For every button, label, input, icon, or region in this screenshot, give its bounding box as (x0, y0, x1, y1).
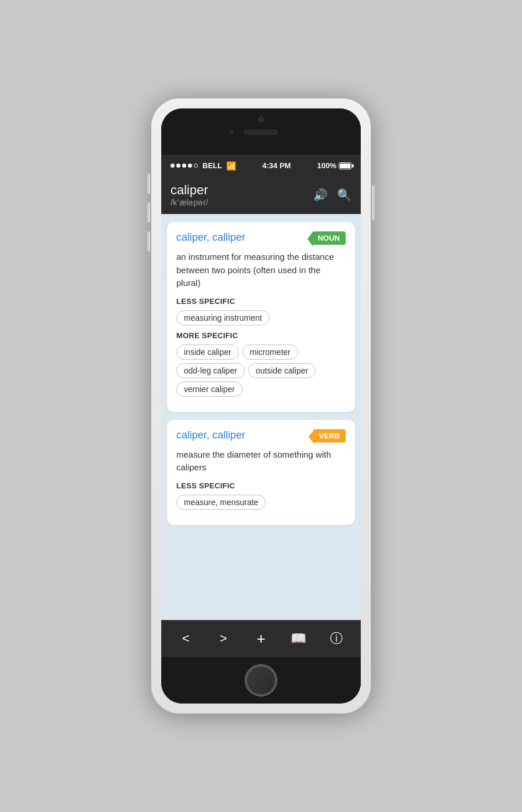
status-time: 4:34 PM (262, 161, 291, 170)
header-word-area: caliper /kˈæləpər/ (171, 183, 313, 207)
home-button[interactable] (246, 665, 276, 695)
battery-percent: 100% (317, 161, 336, 170)
noun-more-specific-label: MORE SPECIFIC (176, 331, 346, 340)
status-right: 100% (317, 161, 351, 170)
header-word-title: caliper (171, 183, 313, 198)
search-icon[interactable]: 🔍 (337, 188, 351, 202)
battery-icon (339, 162, 351, 169)
carrier-label: BELL (202, 161, 222, 170)
signal-dot-4 (188, 164, 192, 168)
tag-measuring-instrument[interactable]: measuring instrument (176, 310, 270, 325)
tag-odd-leg-caliper[interactable]: odd-leg caliper (176, 363, 245, 378)
bookmark-button[interactable]: 📖 (286, 626, 311, 651)
speaker-icon[interactable]: 🔊 (313, 188, 328, 202)
content-area: caliper, calliper NOUN an instrument for… (161, 214, 361, 620)
verb-pos-badge: VERB (313, 429, 346, 443)
noun-less-specific-tags: measuring instrument (176, 310, 346, 325)
back-button[interactable] (173, 626, 198, 651)
noun-word-title: caliper, calliper (176, 231, 245, 244)
signal-dot-3 (182, 164, 186, 168)
verb-card-header: caliper, calliper VERB (176, 429, 346, 443)
earpiece (244, 129, 278, 135)
phone-top-hardware (161, 108, 361, 155)
verb-less-specific-tags: measure, mensurate (176, 495, 346, 510)
noun-pos-badge: NOUN (312, 231, 346, 245)
verb-definition-text: measure the diameter of something with c… (176, 448, 346, 474)
header-phonetic: /kˈæləpər/ (171, 198, 313, 207)
forward-button[interactable] (211, 626, 236, 651)
noun-definition-text: an instrument for measuring the distance… (176, 251, 346, 290)
status-bar: BELL 📶 4:34 PM 100% (161, 155, 361, 177)
app-header: caliper /kˈæləpər/ 🔊 🔍 (161, 177, 361, 214)
noun-less-specific-label: LESS SPECIFIC (176, 297, 346, 306)
noun-definition-card: caliper, calliper NOUN an instrument for… (167, 222, 355, 412)
tag-micrometer[interactable]: micrometer (242, 345, 298, 360)
header-icons: 🔊 🔍 (313, 188, 351, 202)
front-camera-dot (229, 129, 234, 134)
tag-measure-mensurate[interactable]: measure, mensurate (176, 495, 266, 510)
status-left: BELL 📶 (171, 161, 236, 171)
verb-word-title: caliper, calliper (176, 429, 245, 441)
add-button[interactable] (248, 626, 274, 651)
noun-card-header: caliper, calliper NOUN (176, 231, 346, 245)
info-button[interactable] (324, 626, 349, 651)
bottom-navigation: 📖 (161, 620, 361, 657)
signal-dot-5 (194, 164, 198, 168)
noun-more-specific-tags: inside caliper micrometer odd-leg calipe… (176, 345, 346, 397)
wifi-icon: 📶 (226, 161, 236, 171)
tag-vernier-caliper[interactable]: vernier caliper (176, 382, 242, 397)
signal-dot-2 (176, 164, 180, 168)
verb-definition-card: caliper, calliper VERB measure the diame… (167, 420, 355, 525)
verb-less-specific-label: LESS SPECIFIC (176, 481, 346, 490)
signal-dot-1 (171, 164, 175, 168)
tag-outside-caliper[interactable]: outside caliper (248, 363, 316, 378)
camera (258, 117, 264, 122)
phone-bottom-hardware (161, 657, 361, 704)
tag-inside-caliper[interactable]: inside caliper (176, 345, 239, 360)
signal-indicator (171, 164, 198, 168)
phone-frame: BELL 📶 4:34 PM 100% caliper /kˈæləpər/ 🔊… (151, 98, 371, 714)
phone-screen: BELL 📶 4:34 PM 100% caliper /kˈæləpər/ 🔊… (161, 108, 361, 704)
